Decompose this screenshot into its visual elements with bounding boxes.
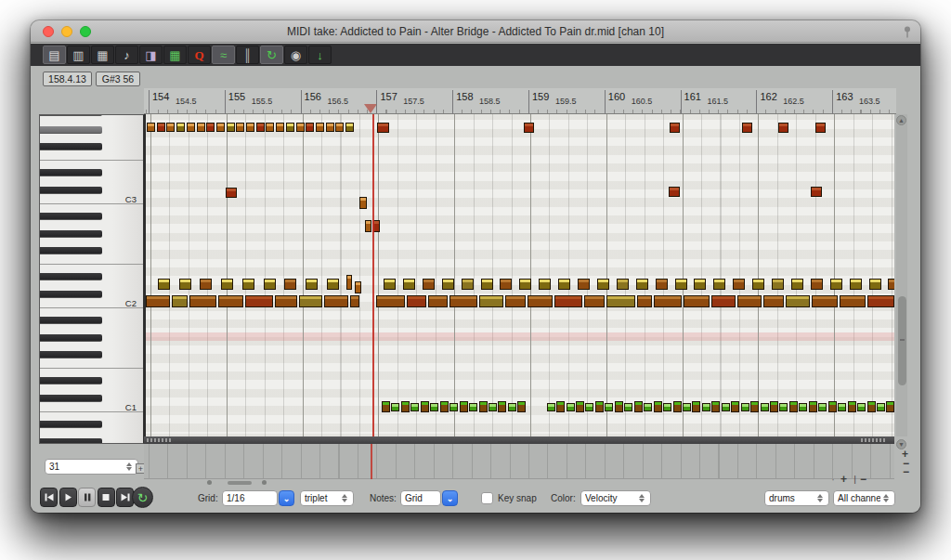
black-key[interactable]	[40, 317, 102, 324]
midi-note[interactable]	[489, 403, 497, 411]
midi-note[interactable]	[365, 220, 371, 232]
go-to-start-button[interactable]	[40, 488, 58, 507]
black-key[interactable]	[40, 421, 102, 428]
midi-note[interactable]	[275, 295, 297, 307]
vscroll-up-button[interactable]: ▲	[896, 115, 906, 125]
midi-note[interactable]	[246, 123, 254, 132]
midi-note[interactable]	[606, 295, 635, 307]
divider-grip[interactable]	[147, 438, 171, 442]
midi-note[interactable]	[276, 123, 284, 132]
midi-note[interactable]	[772, 279, 784, 290]
midi-note[interactable]	[216, 123, 225, 132]
midi-note[interactable]	[731, 401, 739, 412]
midi-note[interactable]	[654, 295, 682, 307]
midi-note[interactable]	[556, 401, 565, 412]
midi-note[interactable]	[867, 401, 876, 412]
midi-note[interactable]	[284, 279, 296, 290]
midi-note[interactable]	[524, 123, 534, 133]
midi-note[interactable]	[200, 279, 212, 290]
midi-note[interactable]	[410, 403, 419, 411]
midi-note[interactable]	[376, 295, 405, 307]
midi-note[interactable]	[236, 123, 244, 132]
midi-note[interactable]	[508, 403, 516, 411]
midi-note[interactable]	[578, 279, 590, 290]
play-button[interactable]	[59, 488, 77, 507]
midi-note[interactable]	[469, 403, 477, 411]
notes-division-chevron[interactable]: ⌄	[442, 490, 458, 506]
cc-lane-select[interactable]: 31	[45, 459, 138, 475]
midi-note[interactable]	[146, 295, 170, 307]
midi-note[interactable]	[624, 403, 632, 411]
midi-note[interactable]	[576, 401, 584, 412]
hzoom-reset-button[interactable]: ·	[831, 475, 835, 484]
midi-note[interactable]	[742, 123, 752, 133]
midi-note[interactable]	[722, 403, 730, 411]
midi-note[interactable]	[752, 279, 764, 290]
midi-note[interactable]	[869, 279, 881, 290]
midi-note[interactable]	[850, 279, 862, 290]
midi-note[interactable]	[306, 123, 314, 132]
vscroll-thumb[interactable]	[898, 296, 906, 385]
midi-note[interactable]	[346, 275, 352, 290]
black-key[interactable]	[40, 213, 102, 220]
midi-note[interactable]	[227, 123, 235, 132]
black-key[interactable]	[40, 230, 102, 238]
midi-note[interactable]	[799, 403, 807, 411]
midi-note[interactable]	[500, 279, 512, 290]
key-snap-checkbox[interactable]	[481, 492, 493, 504]
midi-note[interactable]	[157, 123, 165, 132]
midi-note[interactable]	[763, 295, 784, 307]
midi-note[interactable]	[296, 123, 305, 132]
midi-note[interactable]	[848, 401, 856, 412]
midi-note[interactable]	[428, 295, 448, 307]
midi-note[interactable]	[713, 279, 725, 290]
midi-note[interactable]	[547, 403, 555, 411]
midi-note[interactable]	[498, 401, 506, 412]
midi-note[interactable]	[584, 295, 605, 307]
midi-note[interactable]	[407, 295, 426, 307]
midi-note[interactable]	[158, 279, 170, 290]
midi-note[interactable]	[737, 295, 762, 307]
midi-note[interactable]	[617, 279, 629, 290]
midi-note[interactable]	[266, 123, 274, 132]
edit-cursor-marker[interactable]	[364, 104, 377, 113]
view-event-list-icon[interactable]: ▦	[91, 46, 114, 64]
midi-note[interactable]	[187, 123, 195, 132]
midi-note[interactable]	[815, 123, 826, 133]
midi-note[interactable]	[694, 279, 706, 290]
midi-note[interactable]	[585, 403, 593, 411]
view-piano-roll-icon[interactable]: ▤	[43, 46, 66, 64]
midi-note[interactable]	[430, 403, 438, 411]
grid-division-chevron[interactable]: ⌄	[279, 490, 294, 506]
midi-note[interactable]	[811, 279, 823, 290]
midi-note[interactable]	[830, 279, 842, 290]
midi-note[interactable]	[554, 295, 582, 307]
midi-note[interactable]	[326, 123, 334, 132]
stop-button[interactable]	[98, 488, 115, 507]
midi-note[interactable]	[519, 279, 531, 290]
midi-note[interactable]	[324, 295, 348, 307]
black-key[interactable]	[40, 187, 102, 194]
loop-section-icon[interactable]: ↻	[260, 46, 283, 64]
repeat-button[interactable]: ↻	[132, 487, 153, 508]
midi-note[interactable]	[423, 279, 435, 290]
black-key[interactable]	[40, 143, 102, 150]
midi-note[interactable]	[189, 295, 216, 307]
black-key[interactable]	[40, 247, 102, 254]
notes-division-select[interactable]: Grid	[400, 490, 441, 506]
midi-note[interactable]	[264, 279, 276, 290]
midi-note[interactable]	[306, 279, 318, 290]
black-key[interactable]	[40, 334, 102, 342]
midi-note[interactable]	[877, 403, 885, 411]
midi-note[interactable]	[818, 403, 827, 411]
dock-editor-icon[interactable]: ↓	[308, 46, 332, 64]
midi-note[interactable]	[886, 401, 894, 412]
midi-note[interactable]	[355, 281, 361, 293]
midi-note[interactable]	[770, 401, 778, 412]
midi-note[interactable]	[778, 123, 788, 133]
midi-note[interactable]	[179, 279, 191, 290]
midi-note[interactable]	[683, 403, 691, 411]
midi-note[interactable]	[888, 279, 894, 290]
color-mode-select[interactable]: Velocity	[580, 490, 651, 506]
midi-note[interactable]	[702, 403, 710, 411]
